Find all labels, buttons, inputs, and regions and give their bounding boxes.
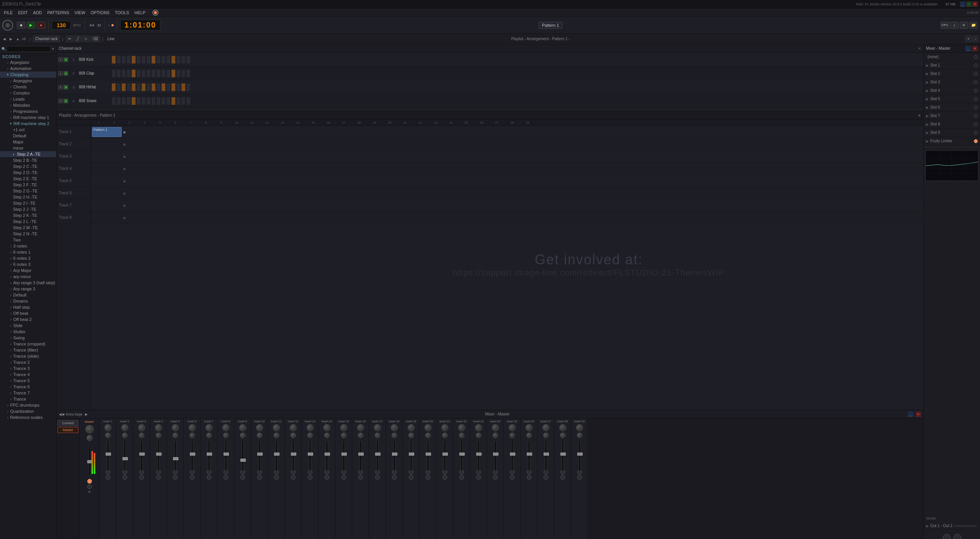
slot-8-circle[interactable]: [974, 122, 978, 126]
mixer-track-vol-knob[interactable]: [374, 424, 381, 431]
grid-track-5[interactable]: [91, 175, 923, 187]
mixer-track-vol-knob[interactable]: [408, 424, 415, 431]
pad[interactable]: [136, 83, 141, 91]
browser-item-step2a[interactable]: ▸Step 2 A -TE: [0, 151, 56, 157]
mixer-fader-thumb[interactable]: [325, 453, 330, 456]
mixer-fader-thumb[interactable]: [358, 453, 364, 456]
browser-item-arpegiator[interactable]: ♪Arpegiator: [0, 59, 56, 65]
mixer-track-vol-knob[interactable]: [222, 424, 229, 431]
add-channel-btn[interactable]: +: [60, 110, 63, 111]
mixer-nav-extra[interactable]: Extra large: [66, 412, 83, 416]
pad[interactable]: [156, 83, 161, 91]
mixer-track-vol-knob[interactable]: [542, 424, 549, 431]
mixer-fader-thumb[interactable]: [207, 453, 212, 456]
pad[interactable]: [116, 97, 121, 105]
pad[interactable]: [161, 97, 166, 105]
mixer-fader-thumb[interactable]: [527, 453, 532, 456]
browser-item-major[interactable]: Major: [0, 139, 56, 145]
mixer-track-vol-knob[interactable]: [290, 424, 297, 431]
mixer-nav-more[interactable]: ▶: [85, 412, 88, 416]
mixer-track-vol-knob[interactable]: [323, 424, 330, 431]
pad[interactable]: [161, 55, 166, 64]
select-tool[interactable]: ⊹: [82, 36, 90, 42]
mixer-fader-thumb[interactable]: [560, 453, 566, 456]
pad[interactable]: [176, 55, 181, 64]
pad[interactable]: [141, 55, 146, 64]
browser-item-slide[interactable]: ♪Slide: [0, 322, 56, 329]
solo-btn-3[interactable]: ●: [64, 85, 68, 90]
solo-btn-2[interactable]: ●: [64, 71, 68, 76]
mixer-fader-thumb[interactable]: [341, 453, 347, 456]
mixer-track-pan-knob[interactable]: [257, 433, 262, 438]
mixer-track-mute-btn[interactable]: [510, 475, 514, 480]
slot-9[interactable]: ▶ Slot 9: [924, 129, 980, 137]
pad[interactable]: [151, 55, 156, 64]
browser-item-trance6[interactable]: ♪Trance 6: [0, 384, 56, 390]
browser-item-step2f[interactable]: Step 2 F -TE: [0, 182, 56, 188]
pad[interactable]: [111, 83, 116, 91]
pad[interactable]: [131, 55, 136, 64]
mixer-close-btn[interactable]: ✕: [916, 412, 921, 417]
slot-6-circle[interactable]: [974, 106, 978, 109]
pad[interactable]: [166, 97, 171, 105]
browser-item-step2n[interactable]: Step 2 N -TE: [0, 231, 56, 237]
browser-item-trance-slide[interactable]: ♪Trance (slide): [0, 353, 56, 359]
ch-name-4[interactable]: 808 Snare: [77, 99, 110, 103]
pad[interactable]: [171, 55, 176, 64]
mixer-track-vol-knob[interactable]: [559, 424, 566, 431]
pad[interactable]: [121, 97, 126, 105]
nav-prev[interactable]: ◀: [2, 36, 7, 42]
mixer-track-mute-btn[interactable]: [257, 475, 262, 480]
browser-item-arpeggios[interactable]: ♪Arpeggios: [0, 78, 56, 84]
pad[interactable]: [111, 69, 116, 78]
pad[interactable]: [166, 83, 171, 91]
mixer-track-mute-btn[interactable]: [173, 475, 178, 480]
mixer-track-pan-knob[interactable]: [324, 433, 330, 438]
mixer-track-pan-knob[interactable]: [105, 433, 111, 438]
pad[interactable]: [156, 69, 161, 78]
browser-item-step2i[interactable]: Step 2 I -TE: [0, 200, 56, 206]
mixer-track-vol-knob[interactable]: [206, 424, 212, 431]
browser-item-arpmajor[interactable]: ♪Arp Major: [0, 267, 56, 274]
browser-search-btn[interactable]: 🔍: [2, 47, 6, 51]
slot-5-circle[interactable]: [974, 97, 978, 101]
mixer-track-mute-btn[interactable]: [341, 475, 346, 480]
mixer-track-mute-btn[interactable]: [274, 475, 279, 480]
mute-btn-1[interactable]: ●: [58, 57, 63, 62]
pad[interactable]: [181, 55, 186, 64]
mixer-track-mute-btn[interactable]: [476, 475, 481, 480]
pad[interactable]: [151, 69, 156, 78]
mixer-nav-next[interactable]: ▶: [62, 412, 65, 416]
mixer-fader-thumb[interactable]: [308, 453, 313, 456]
mixer-track-mute-btn[interactable]: [443, 475, 447, 480]
mixer-track-pan-knob[interactable]: [577, 433, 582, 438]
line-tool[interactable]: ╱: [74, 36, 81, 42]
browser-item-6notes1[interactable]: ♪6 notes 1: [0, 249, 56, 255]
pad[interactable]: [181, 97, 186, 105]
send-row[interactable]: ▶ Out 1 - Out 2: [926, 522, 978, 530]
pad[interactable]: [126, 55, 131, 64]
mixer-track-mute-btn[interactable]: [577, 475, 582, 480]
mixer-track-vol-knob[interactable]: [425, 424, 431, 431]
slot-5[interactable]: ▶ Slot 5: [924, 95, 980, 103]
browser-item-arprange3half[interactable]: ♪Arp range 3 (half step): [0, 280, 56, 286]
mixer-fader-thumb[interactable]: [156, 453, 162, 456]
mixer-fader-thumb[interactable]: [577, 453, 583, 456]
browser-item-step2d[interactable]: Step 2 D -TE: [0, 169, 56, 176]
pad[interactable]: [136, 97, 141, 105]
pattern-selector[interactable]: Pattern 1: [539, 22, 563, 29]
bpm-display[interactable]: 130: [52, 21, 71, 29]
pad[interactable]: [186, 97, 191, 105]
mixer-track-mute-btn[interactable]: [106, 475, 110, 480]
pad[interactable]: [186, 55, 191, 64]
browser-item-trance3[interactable]: ♪Trance 3: [0, 365, 56, 371]
mixer-track-vol-knob[interactable]: [492, 424, 499, 431]
pad[interactable]: [161, 69, 166, 78]
browser-item-progressions[interactable]: ♪Progressions: [0, 108, 56, 114]
slot-6[interactable]: ▶ Slot 6: [924, 103, 980, 112]
mixer-track-pan-knob[interactable]: [543, 433, 549, 438]
mixer-track-vol-knob[interactable]: [391, 424, 398, 431]
browser-item-chopping[interactable]: ▾Chopping: [0, 72, 56, 78]
mute-btn-3[interactable]: ●: [58, 85, 63, 90]
pad[interactable]: [146, 97, 151, 105]
